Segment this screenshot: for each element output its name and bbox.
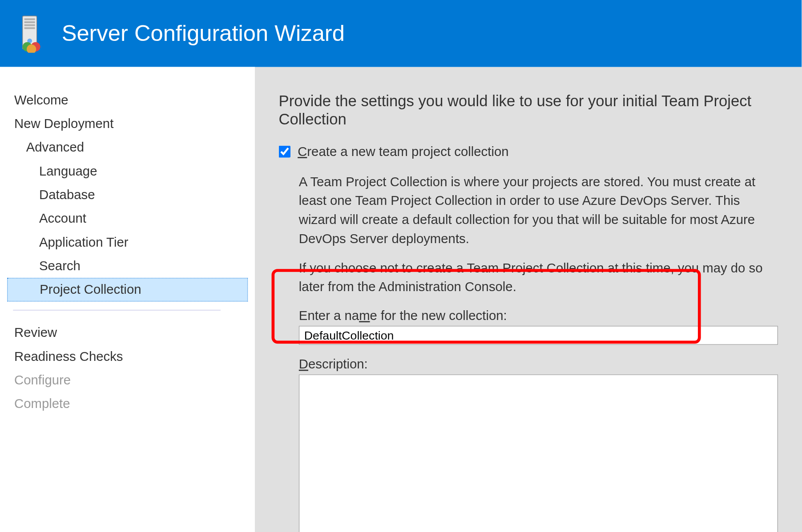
sidebar-separator [13,310,221,310]
sidebar-item-new-deployment[interactable]: New Deployment [0,112,255,136]
sidebar-item-advanced[interactable]: Advanced [0,136,255,159]
sidebar-item-search[interactable]: Search [0,254,255,278]
svg-rect-2 [24,21,35,23]
description-text: A Team Project Collection is where your … [279,172,778,296]
wizard-title: Server Configuration Wizard [62,21,345,46]
svg-rect-3 [24,24,35,26]
sidebar-item-account[interactable]: Account [0,207,255,230]
server-icon [14,15,45,52]
collection-name-label: Enter a name for the new collection: [279,308,778,324]
create-collection-checkbox[interactable] [279,146,291,158]
sidebar-item-complete: Complete [0,392,255,416]
page-title: Provide the settings you would like to u… [279,92,778,129]
sidebar-item-configure: Configure [0,368,255,392]
sidebar-item-welcome[interactable]: Welcome [0,88,255,112]
svg-rect-4 [24,27,35,29]
create-collection-checkbox-row: Create a new team project collection [279,144,778,160]
sidebar: Welcome New Deployment Advanced Language… [0,67,255,532]
sidebar-item-application-tier[interactable]: Application Tier [0,231,255,254]
collection-name-input[interactable] [299,326,778,345]
sidebar-item-language[interactable]: Language [0,160,255,183]
svg-rect-1 [24,18,35,20]
description-input[interactable] [299,375,778,532]
sidebar-item-readiness-checks[interactable]: Readiness Checks [0,345,255,368]
main-panel: Provide the settings you would like to u… [255,67,802,532]
sidebar-item-review[interactable]: Review [0,321,255,344]
description-label: Description: [279,357,778,372]
create-collection-label: Create a new team project collection [298,144,508,160]
wizard-header: Server Configuration Wizard [0,0,802,67]
sidebar-item-database[interactable]: Database [0,183,255,207]
sidebar-item-project-collection[interactable]: Project Collection [7,278,248,301]
